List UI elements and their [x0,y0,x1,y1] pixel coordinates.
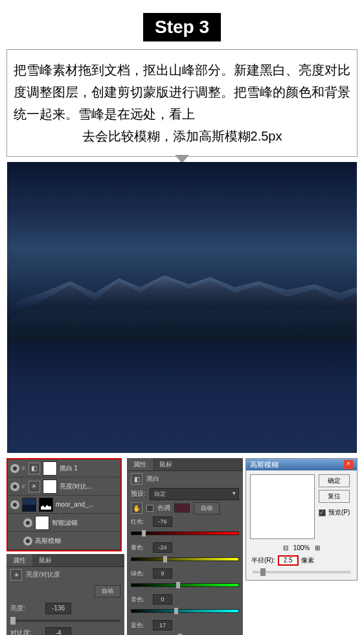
visibility-icon[interactable] [10,500,19,509]
visibility-icon[interactable] [23,518,32,527]
visibility-icon[interactable] [10,482,19,491]
bc-title: 亮度/对比度 [26,570,60,579]
layer-label: 智能滤镜 [52,518,78,527]
mask-thumb[interactable] [43,461,57,476]
layer-row-gauss[interactable]: 高斯模糊 [8,532,120,550]
bw-title: 黑白 [146,474,159,483]
slider-track[interactable] [131,583,239,590]
snowcaps-shape [7,273,357,331]
image-thumb[interactable] [22,498,36,512]
color-slider-track-row [127,632,243,635]
ok-button[interactable]: 确定 [319,474,350,487]
instruction-line1: 把雪峰素材拖到文档，抠出山峰部分。新建黑白、亮度对比度调整图层，创建剪切蒙版进行… [14,63,350,121]
tab-mouse[interactable]: 鼠标 [32,554,58,566]
slider-label: 黄色: [131,544,149,552]
instruction-box: 把雪峰素材拖到文档，抠出山峰部分。新建黑白、亮度对比度调整图层，创建剪切蒙版进行… [6,49,358,157]
ground-shape [7,342,357,453]
slider-track[interactable] [131,531,239,538]
radius-slider[interactable] [253,571,350,573]
auto-button[interactable]: 自动 [95,585,120,597]
tab-properties[interactable]: 属性 [6,554,32,566]
brightness-value[interactable]: -136 [45,603,71,614]
preview-check-row: 预览(P) [319,508,350,517]
slider-value[interactable]: 9 [153,568,172,579]
tint-color-swatch[interactable] [174,503,190,513]
slider-value[interactable]: 17 [153,620,172,630]
bw-icon: ◧ [131,473,142,485]
contrast-label: 对比度: [10,629,41,635]
slider-track[interactable] [131,609,239,616]
brightness-adjustment-icon: ☀ [28,481,40,492]
slider-handle-icon[interactable] [176,582,180,588]
brightness-contrast-panel: 属性 鼠标 ☀ 亮度/对比度 自动 亮度: -136 对比度: -4 [6,554,124,635]
cancel-button[interactable]: 复位 [319,490,350,503]
preview-checkbox[interactable] [319,509,326,516]
f-indicator: F [22,465,26,472]
radius-label: 半径(R): [251,556,275,565]
zoom-out-icon[interactable]: ⊟ [283,544,288,551]
contrast-row: 对比度: -4 [6,625,124,635]
slider-label: 红色: [131,518,149,526]
mask-thumb[interactable] [39,498,53,512]
hand-icon[interactable]: ✋ [131,502,142,514]
gauss-titlebar[interactable]: 高斯模糊 × [246,459,357,470]
color-slider-track-row [127,528,243,541]
step-badge: Step 3 [143,13,221,41]
slider-value[interactable]: -24 [153,542,172,553]
color-slider-row: 青色: 0 [127,593,243,606]
zoom-in-icon[interactable]: ⊞ [315,544,320,551]
slider-handle-icon[interactable] [142,530,146,537]
bc-header: ☀ 亮度/对比度 [6,567,124,583]
mask-thumb[interactable] [43,479,57,494]
visibility-icon[interactable] [10,464,19,473]
brightness-label: 亮度: [10,604,41,613]
panel-tabs: 属性 鼠标 [127,458,243,471]
color-slider-row: 蓝色: 17 [127,619,243,632]
panels-row: F ◧ 黑白 1 F ☀ 亮度/对比... moor_and_... [6,458,358,635]
slider-gradient [131,531,239,535]
step-header: Step 3 [6,13,358,41]
zoom-value: 100% [293,544,310,551]
slider-label: 绿色: [131,570,149,578]
preset-label: 预设: [131,489,146,498]
color-slider-row: 黄色: -24 [127,541,243,554]
slider-track[interactable] [131,557,239,564]
bc-auto-row: 自动 [6,583,124,600]
slider-value[interactable]: -76 [153,516,172,527]
layer-row-bw[interactable]: F ◧ 黑白 1 [8,459,120,478]
filter-thumb[interactable] [35,516,49,530]
slider-handle-icon[interactable] [163,556,167,562]
close-icon[interactable]: × [344,460,353,469]
radius-input[interactable]: 2.5 [278,555,299,566]
layer-row-bc[interactable]: F ☀ 亮度/对比... [8,478,120,496]
color-slider-track-row [127,580,243,593]
gauss-preview[interactable] [250,474,315,539]
tab-properties[interactable]: 属性 [127,458,153,470]
visibility-icon[interactable] [23,537,32,546]
bw-adjustment-icon: ◧ [28,463,40,474]
slider-handle-icon[interactable] [174,608,178,614]
layer-label: moor_and_... [56,501,94,508]
auto-button[interactable]: 自动 [194,502,220,514]
brightness-slider-row [6,617,124,625]
color-slider-track-row [127,554,243,567]
preset-row: 预设: 自定 [127,487,243,501]
brightness-slider[interactable] [10,619,120,622]
layer-row-smartfilter[interactable]: 智能滤镜 [8,514,120,532]
slider-gradient [131,609,239,613]
contrast-value[interactable]: -4 [45,627,71,635]
layer-label: 黑白 1 [60,464,78,473]
preset-dropdown[interactable]: 自定 [150,488,239,500]
gauss-zoom-row: ⊟ 100% ⊞ [246,543,357,553]
black-white-panel: 属性 鼠标 ◧ 黑白 预设: 自定 ✋ 色调 自动 红色: -76 黄色: -2… [127,458,243,635]
tint-checkbox[interactable] [146,505,154,512]
slider-value[interactable]: 0 [153,594,172,605]
layer-row-moor[interactable]: moor_and_... [8,496,120,514]
bw-sliders: 红色: -76 黄色: -24 绿色: 9 青色: 0 蓝色: 17 [127,515,243,635]
gauss-radius-row: 半径(R): 2.5 像素 [246,553,357,568]
gauss-controls: 确定 复位 预览(P) [319,474,350,539]
color-slider-track-row [127,606,243,619]
slider-gradient [131,557,239,561]
brightness-icon: ☀ [10,569,22,581]
tab-mouse[interactable]: 鼠标 [153,458,179,470]
